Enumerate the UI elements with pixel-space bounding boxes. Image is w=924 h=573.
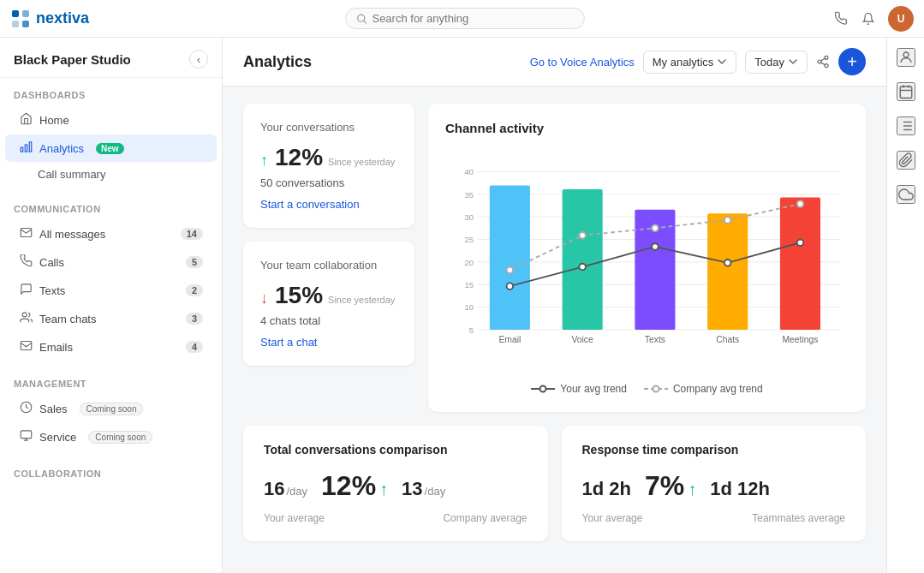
sidebar-section-label-dashboards: Dashboards (0, 90, 222, 105)
rail-cloud-button[interactable] (897, 185, 915, 204)
notifications-button[interactable] (861, 11, 876, 27)
total-your-unit: /day (286, 485, 307, 498)
rail-attachment-button[interactable] (897, 151, 915, 170)
conversations-card-title: Your conversations (260, 121, 397, 134)
svg-point-9 (22, 313, 27, 317)
analytics-icon (19, 140, 33, 156)
svg-rect-39 (707, 213, 748, 330)
sidebar-collapse-button[interactable]: ‹ (189, 50, 208, 69)
rail-list-button[interactable] (897, 116, 915, 135)
chart-area: 40 35 30 25 20 15 10 5 (445, 149, 849, 395)
total-percent-value: 12% (321, 470, 376, 502)
company-avg-trend-line-icon (644, 385, 668, 393)
texts-icon (19, 283, 33, 298)
share-button[interactable] (816, 55, 830, 69)
page-header: Analytics Go to Voice Analytics My analy… (223, 38, 886, 87)
sidebar-item-sales[interactable]: Sales Coming soon (5, 395, 217, 422)
team-chats-icon (19, 311, 33, 326)
rail-calendar-button[interactable] (897, 82, 915, 101)
conversations-stat-row: ↑ 12% Since yesterday (260, 144, 397, 171)
total-company-label: Company average (443, 512, 527, 524)
all-messages-badge: 14 (181, 228, 203, 240)
svg-text:Chats: Chats (716, 335, 739, 344)
phone-button[interactable] (833, 11, 849, 27)
response-your-avg-value: 1d 2h (582, 478, 631, 499)
legend-company-avg: Company avg trend (644, 383, 763, 395)
start-conversation-link[interactable]: Start a conversation (260, 198, 360, 211)
today-dropdown[interactable]: Today (745, 51, 808, 74)
bottom-cards-row: Total conversations comparison 16/day 12… (243, 426, 866, 541)
add-button[interactable]: + (838, 48, 866, 75)
nextiva-logo-icon (10, 9, 31, 29)
my-analytics-dropdown[interactable]: My analytics (643, 51, 737, 74)
sidebar-section-dashboards: Dashboards Home Analytics New Call summa… (0, 78, 222, 192)
sidebar-item-team-chats[interactable]: Team chats 3 (5, 305, 217, 332)
search-input[interactable] (372, 12, 573, 25)
sidebar-header: Black Paper Studio ‹ (0, 38, 222, 78)
main-content: Analytics Go to Voice Analytics My analy… (223, 38, 886, 573)
total-company-unit: /day (425, 485, 446, 498)
response-teammates-label: Teammates average (752, 512, 845, 524)
total-your-label: Your average (264, 512, 325, 524)
sidebar-item-service[interactable]: Service Coming soon (5, 423, 217, 451)
svg-text:10: 10 (465, 302, 474, 312)
sidebar-item-texts[interactable]: Texts 2 (5, 277, 217, 304)
svg-point-52 (579, 232, 586, 239)
my-analytics-label: My analytics (653, 56, 714, 69)
sidebar-item-emails-label: Emails (39, 341, 73, 354)
svg-point-46 (507, 283, 514, 289)
collaboration-card-title: Your team collaboration (260, 259, 397, 272)
total-comparison-card: Total conversations comparison 16/day 12… (243, 426, 548, 541)
total-comparison-title: Total conversations comparison (264, 443, 528, 457)
svg-point-60 (903, 52, 909, 57)
search-box[interactable] (345, 8, 585, 29)
paperclip-icon (898, 152, 914, 168)
your-avg-trend-line-icon (531, 385, 555, 393)
rail-person-button[interactable] (897, 48, 915, 67)
svg-text:5: 5 (469, 325, 474, 335)
svg-rect-40 (780, 198, 820, 330)
sidebar-item-home-label: Home (39, 114, 69, 127)
total-company-avg-value: 13 (402, 478, 422, 499)
svg-text:15: 15 (465, 280, 474, 289)
sidebar-item-calls[interactable]: Calls 5 (5, 248, 217, 276)
svg-line-5 (363, 21, 366, 23)
collaboration-stat-row: ↓ 15% Since yesterday (260, 282, 397, 309)
sidebar-item-home[interactable]: Home (5, 106, 217, 134)
sidebar-item-call-summary[interactable]: Call summary (5, 163, 217, 186)
svg-rect-0 (12, 10, 19, 17)
sidebar-item-service-label: Service (39, 431, 76, 444)
svg-point-48 (652, 243, 659, 250)
sidebar-section-label-management: Management (0, 379, 222, 394)
search-container (103, 8, 826, 29)
start-chat-link[interactable]: Start a chat (260, 336, 317, 349)
chart-legend: Your avg trend Company avg trend (445, 383, 849, 395)
svg-point-49 (724, 260, 731, 266)
svg-point-54 (724, 217, 731, 224)
stat-cards-column: Your conversations ↑ 12% Since yesterday… (243, 104, 414, 412)
search-icon (356, 13, 367, 25)
svg-text:Voice: Voice (571, 335, 593, 344)
logo[interactable]: nextiva (10, 9, 89, 29)
right-icon-rail (886, 38, 924, 573)
conversations-card: Your conversations ↑ 12% Since yesterday… (243, 104, 414, 228)
response-your-avg-group: 1d 2h (582, 478, 631, 500)
service-icon (19, 429, 33, 445)
sidebar-item-analytics[interactable]: Analytics New (5, 134, 217, 162)
emails-badge: 4 (186, 341, 203, 353)
sidebar-item-emails[interactable]: Emails 4 (5, 333, 217, 361)
response-teammates-group: 1d 12h (710, 478, 770, 500)
svg-text:Email: Email (498, 335, 521, 344)
sidebar-item-team-chats-label: Team chats (39, 313, 96, 325)
total-company-avg-group: 13/day (402, 478, 445, 500)
svg-rect-8 (21, 147, 23, 152)
today-label: Today (754, 56, 784, 69)
voice-analytics-link[interactable]: Go to Voice Analytics (530, 56, 635, 69)
sidebar-item-all-messages[interactable]: All messages 14 (5, 220, 217, 248)
svg-point-57 (540, 386, 546, 392)
phone-icon (833, 11, 849, 27)
avatar[interactable]: U (888, 6, 914, 32)
home-icon (19, 112, 33, 128)
topnav-actions: U (833, 6, 914, 32)
svg-rect-3 (22, 21, 29, 27)
